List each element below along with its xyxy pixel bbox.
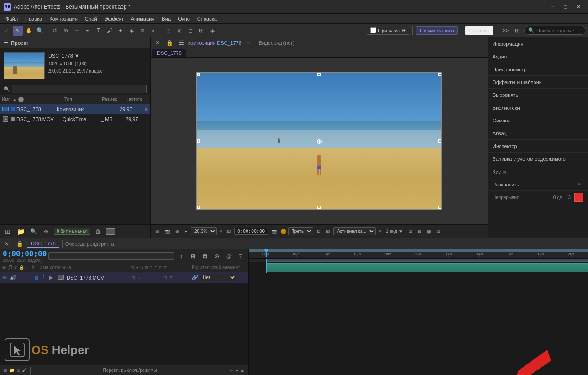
time-display[interactable]: 0;00;00;00 xyxy=(234,228,268,235)
project-interpret-button[interactable]: ⊕ xyxy=(41,227,51,237)
timeline-timecode[interactable]: 0;00;00;00 xyxy=(3,249,47,258)
tl-tool-3[interactable]: ⊠ xyxy=(200,251,210,261)
panel-preview[interactable]: Предпросмотр xyxy=(488,63,588,76)
handle-top-mid[interactable] xyxy=(317,73,321,76)
roto-tool[interactable]: ⊛ xyxy=(137,26,147,36)
layer-row-1[interactable]: 👁 🔊 1 ▶ DSC_1778.MOV ⊞ / ⊡ ⊡ xyxy=(0,272,248,283)
snapshot-button[interactable]: 📷 xyxy=(270,228,279,234)
project-panel-menu[interactable]: ≡ xyxy=(144,40,147,46)
minimize-button[interactable]: − xyxy=(547,2,559,11)
layer-search-input[interactable] xyxy=(48,252,174,260)
project-delete-button[interactable]: 🗑 xyxy=(93,227,103,237)
handle-bottom-mid[interactable] xyxy=(317,206,321,209)
transparency-button[interactable]: ⊞ xyxy=(416,228,423,234)
camera-select[interactable]: Активная ка... xyxy=(333,227,376,235)
layer-switch-1[interactable]: ⊞ xyxy=(131,275,136,280)
layer-switch-2[interactable]: / xyxy=(137,275,142,280)
panel-paragraph[interactable]: Абзац xyxy=(488,127,588,140)
workspace-options-icon[interactable]: ≡ xyxy=(460,28,462,33)
tl-tool-5[interactable]: ◎ xyxy=(224,251,234,261)
project-search-input[interactable] xyxy=(12,85,147,93)
shape-tool-1[interactable]: ⊡ xyxy=(163,26,173,36)
eraser-tool[interactable]: ◈ xyxy=(126,26,136,36)
search-input[interactable] xyxy=(536,28,582,33)
zoom-select[interactable]: 28,3% xyxy=(191,227,217,235)
circle-button[interactable]: ● xyxy=(183,228,189,234)
timeline-lock-button[interactable]: 🔒 xyxy=(15,239,25,249)
timeline-tab-comp[interactable]: DSC_1778 xyxy=(27,240,59,248)
status-arrow-up[interactable]: ▲ xyxy=(240,368,245,373)
layer-expand[interactable]: ▶ xyxy=(49,275,56,280)
close-button[interactable]: ✕ xyxy=(572,2,584,11)
project-new-folder-button[interactable]: 📁 xyxy=(16,227,26,237)
comp-panel-menu[interactable]: ≡ xyxy=(243,38,253,48)
stamp-tool[interactable]: ✦ xyxy=(116,26,126,36)
layer-name[interactable]: DSC_1778.MOV xyxy=(67,275,129,280)
handle-top-right[interactable] xyxy=(438,73,441,76)
project-folder-button[interactable]: ⊞ xyxy=(3,227,13,237)
timeline-clip-1[interactable] xyxy=(266,263,588,272)
comp-collapse-button[interactable]: ☰ xyxy=(176,38,186,48)
project-item-mov[interactable]: ▶ DSC_1778.MOV QuickTime _ МБ 29,97 xyxy=(0,114,150,124)
layer-switch-5[interactable] xyxy=(156,275,162,280)
menu-file[interactable]: Файл xyxy=(2,15,21,22)
tl-tool-2[interactable]: ⊞ xyxy=(188,251,198,261)
panel-info[interactable]: Информация xyxy=(488,37,588,50)
red-color-swatch[interactable] xyxy=(574,193,583,202)
view-select-button[interactable]: 1 вид ▼ xyxy=(384,228,405,234)
layout-button[interactable]: ⊞ xyxy=(512,26,522,36)
work-area-indicator[interactable] xyxy=(266,259,588,262)
text-tool[interactable]: T xyxy=(94,26,104,36)
hand-tool[interactable]: ✋ xyxy=(24,26,34,36)
status-icon-4[interactable]: 🖌 xyxy=(22,368,26,373)
menu-edit[interactable]: Правка xyxy=(21,15,46,22)
pen-tool[interactable]: ✒ xyxy=(83,26,93,36)
tl-tool-4[interactable]: ⊛ xyxy=(212,251,222,261)
panel-audio[interactable]: Аудио xyxy=(488,50,588,63)
handle-bottom-right[interactable] xyxy=(438,206,441,209)
comp-lock-button[interactable]: 🔒 xyxy=(164,38,174,48)
comp-settings-icon[interactable]: ⚙ xyxy=(144,107,148,112)
menu-view[interactable]: Вид xyxy=(158,15,174,22)
shape-tool-2[interactable]: ⊠ xyxy=(174,26,184,36)
region-button[interactable]: ⊠ xyxy=(324,228,331,234)
timeline-close-button[interactable]: ✕ xyxy=(2,239,12,249)
status-icon-1[interactable]: ⊞ xyxy=(4,368,7,373)
resolution-button[interactable]: ⊡ xyxy=(315,228,322,234)
handle-mid-left[interactable] xyxy=(197,139,200,143)
menu-animation[interactable]: Анимация xyxy=(127,15,158,22)
panel-symbol[interactable]: Символ xyxy=(488,114,588,127)
help-button[interactable]: Справка xyxy=(465,26,493,35)
maximize-button[interactable]: □ xyxy=(560,2,572,11)
comp-close-button[interactable]: ✕ xyxy=(152,38,163,48)
brush-tool[interactable]: 🖌 xyxy=(105,26,115,36)
comp-tab-dsc1778[interactable]: DSC_1778 xyxy=(152,49,186,57)
pixel-button[interactable]: ⊡ xyxy=(435,228,442,234)
layer-switch-7[interactable]: ⊡ xyxy=(169,275,174,280)
menu-window[interactable]: Окно xyxy=(174,15,194,22)
home-tool[interactable]: ⌂ xyxy=(2,26,12,36)
grid-overlay-button[interactable]: ▦ xyxy=(425,228,433,234)
layer-parent-select[interactable]: Нет xyxy=(200,274,236,281)
file-dropdown-icon[interactable]: ▼ xyxy=(74,53,79,58)
workspace-button[interactable]: По умолчанию xyxy=(416,26,458,35)
layer-switch-4[interactable] xyxy=(150,275,155,280)
select-tool[interactable]: ↖ xyxy=(13,26,23,36)
anchor-tool[interactable]: ⊕ xyxy=(61,26,71,36)
layer-audio-toggle[interactable]: 🔊 xyxy=(10,275,16,280)
panel-effects[interactable]: Эффекты и шаблоны xyxy=(488,76,588,89)
panel-align[interactable]: Выровнять xyxy=(488,89,588,101)
paint-options-icon[interactable]: ≡ xyxy=(578,182,581,187)
shape-tool-5[interactable]: ◈ xyxy=(207,26,217,36)
camera-button[interactable]: 📷 xyxy=(163,228,172,234)
panel-libraries[interactable]: Библиотеки xyxy=(488,101,588,114)
comp-settings-icon2[interactable]: ⊡ xyxy=(407,228,414,234)
layer-label[interactable] xyxy=(35,276,38,280)
shape-tool-4[interactable]: ⊞ xyxy=(196,26,206,36)
grid-button[interactable]: ⊞ xyxy=(173,228,181,234)
tl-tool-1[interactable]: ↕ xyxy=(176,251,186,261)
shape-tool-3[interactable]: ◻ xyxy=(185,26,195,36)
status-icon-2[interactable]: 📁 xyxy=(9,368,15,373)
expand-panels-button[interactable]: >> xyxy=(500,26,510,36)
rect-tool[interactable]: ▭ xyxy=(72,26,82,36)
